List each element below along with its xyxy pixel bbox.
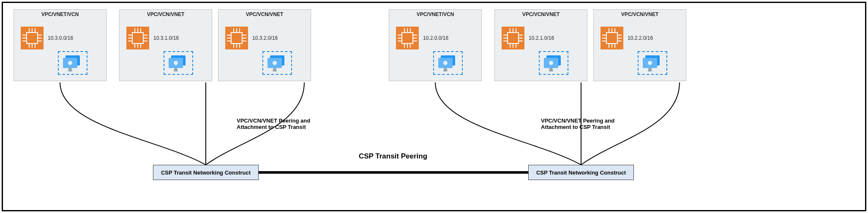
- label-line2: Attachment to CSP Transit: [237, 124, 306, 130]
- vpc-box-1: VPC/VNET/VCN 10.3.0.0/16: [14, 9, 106, 81]
- vpc-box-5: VPC/VCN/VNET 10.2.1.0/16: [494, 9, 587, 81]
- csp-transit-peering-label: CSP Transit Peering: [330, 152, 456, 161]
- peering-attachment-label-right: VPC/VCN/VNET Peering and Attachment to C…: [541, 117, 651, 130]
- transit-box-right: CSP Transit Networking Construct: [528, 165, 634, 180]
- label-line1: VPC/VCN/VNET Peering and: [541, 117, 614, 124]
- vpc-cidr: 10.2.0.0/16: [423, 35, 448, 41]
- peering-attachment-label-left: VPC/VCN/VNET Peering and Attachment to C…: [237, 117, 347, 130]
- vm-group: [433, 51, 463, 75]
- vm-group: [262, 51, 292, 75]
- vm-display-icon: [643, 55, 664, 73]
- vpc-title: VPC/VCN/VNET: [120, 11, 212, 17]
- vpc-title: VPC/VCN/VNET: [495, 11, 587, 17]
- vpc-title: VPC/VCN/VNET: [218, 11, 311, 17]
- vm-group: [638, 51, 667, 75]
- vm-display-icon: [169, 55, 190, 73]
- vpc-cidr: 10.3.2.0/16: [252, 35, 278, 41]
- vpc-box-6: VPC/VCN/VNET 10.2.2.0/16: [593, 9, 686, 81]
- label-line2: Attachment to CSP Transit: [541, 124, 610, 130]
- vpc-box-4: VPC/VNET/VCN 10.2.0.0/16: [389, 9, 482, 81]
- cpu-chip-icon: [21, 27, 44, 49]
- transit-box-left: CSP Transit Networking Construct: [153, 165, 259, 180]
- transit-label: CSP Transit Networking Construct: [161, 169, 251, 176]
- vm-display-icon: [267, 55, 289, 73]
- vpc-title: VPC/VNET/VCN: [14, 11, 106, 17]
- vpc-cidr: 10.2.2.0/16: [628, 35, 653, 41]
- cpu-chip-icon: [396, 27, 419, 49]
- vm-group: [164, 51, 193, 75]
- label-line1: VPC/VCN/VNET Peering and: [237, 117, 310, 124]
- vpc-title: VPC/VCN/VNET: [594, 11, 686, 17]
- vm-display-icon: [438, 55, 459, 73]
- vm-display-icon: [544, 55, 565, 73]
- cpu-chip-icon: [225, 27, 248, 49]
- vm-display-icon: [63, 55, 84, 73]
- vm-group: [539, 51, 568, 75]
- vm-group: [58, 51, 87, 75]
- vpc-cidr: 10.3.0.0/16: [48, 35, 73, 41]
- transit-label: CSP Transit Networking Construct: [536, 169, 626, 176]
- vpc-title: VPC/VNET/VCN: [389, 11, 481, 17]
- cpu-chip-icon: [601, 27, 623, 49]
- vpc-cidr: 10.3.1.0/16: [153, 35, 179, 41]
- vpc-box-2: VPC/VCN/VNET 10.3.1.0/16: [119, 9, 212, 81]
- vpc-box-3: VPC/VCN/VNET 10.3.2.0/16: [218, 9, 311, 81]
- cpu-chip-icon: [126, 27, 149, 49]
- cpu-chip-icon: [502, 27, 524, 49]
- vpc-cidr: 10.2.1.0/16: [529, 35, 554, 41]
